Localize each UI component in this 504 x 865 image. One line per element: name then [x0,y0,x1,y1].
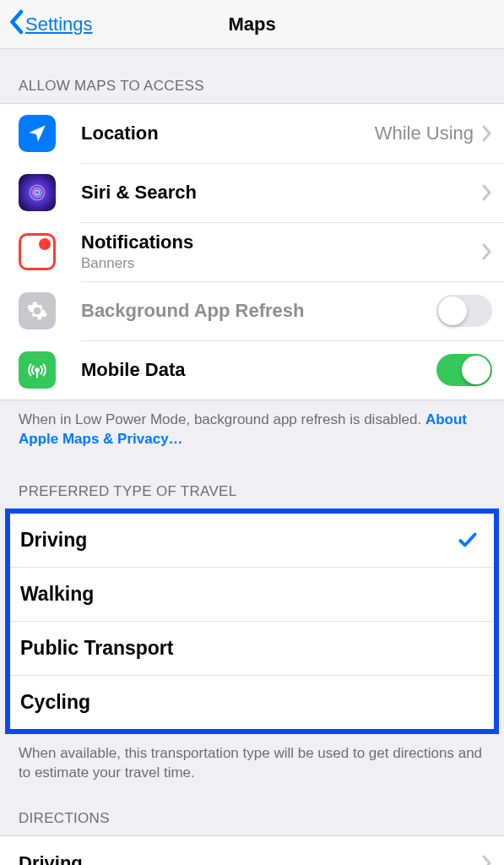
row-notifications-title: Notifications [81,231,482,253]
svg-point-3 [39,238,51,250]
travel-option-cycling[interactable]: Cycling [10,675,494,729]
gear-icon [19,292,56,329]
row-location[interactable]: Location While Using [0,104,504,163]
chevron-right-icon [482,125,492,142]
section-header-access: ALLOW MAPS TO ACCESS [0,49,504,103]
svg-point-2 [35,190,39,194]
access-footer: When in Low Power Mode, background app r… [0,400,504,461]
mobile-data-toggle[interactable] [436,354,492,386]
row-refresh-title: Background App Refresh [81,300,436,322]
travel-option-walking[interactable]: Walking [10,567,494,621]
travel-option-label: Walking [20,583,94,606]
row-mobile-data[interactable]: Mobile Data [0,340,504,400]
access-footer-text: When in Low Power Mode, background app r… [19,411,425,427]
row-location-title: Location [81,122,375,144]
chevron-left-icon [8,9,24,40]
chevron-right-icon [482,184,492,201]
chevron-right-icon [482,243,492,260]
row-notifications[interactable]: Notifications Banners [0,222,504,281]
travel-option-label: Cycling [20,691,90,714]
section-header-directions: DIRECTIONS [0,795,504,835]
siri-icon [19,174,56,211]
travel-option-label: Public Transport [20,637,173,660]
notifications-icon [19,233,56,270]
svg-point-1 [33,188,42,198]
travel-option-label: Driving [20,529,87,552]
row-siri-title: Siri & Search [81,182,482,204]
row-siri-search[interactable]: Siri & Search [0,163,504,222]
section-header-travel: PREFERRED TYPE OF TRAVEL [0,461,504,509]
background-refresh-toggle [436,295,492,327]
back-label: Settings [25,14,93,35]
antenna-icon [19,351,56,389]
location-arrow-icon [19,115,56,152]
row-location-detail: While Using [375,122,474,144]
directions-row-label: Driving [19,852,83,865]
row-notifications-subtitle: Banners [81,255,482,272]
travel-option-driving[interactable]: Driving [10,514,494,567]
chevron-right-icon [482,855,492,865]
row-mobile-title: Mobile Data [81,359,436,381]
travel-type-group: Driving Walking Public Transport Cycling [5,509,499,734]
row-background-refresh: Background App Refresh [0,281,504,340]
access-list: Location While Using Siri & Search [0,103,504,400]
checkmark-icon [457,529,479,551]
travel-option-public-transport[interactable]: Public Transport [10,621,494,675]
back-button[interactable]: Settings [0,9,98,40]
travel-footer: When available, this transportation type… [0,734,504,795]
navigation-bar: Settings Maps [0,0,504,49]
directions-row-driving[interactable]: Driving [0,835,504,865]
